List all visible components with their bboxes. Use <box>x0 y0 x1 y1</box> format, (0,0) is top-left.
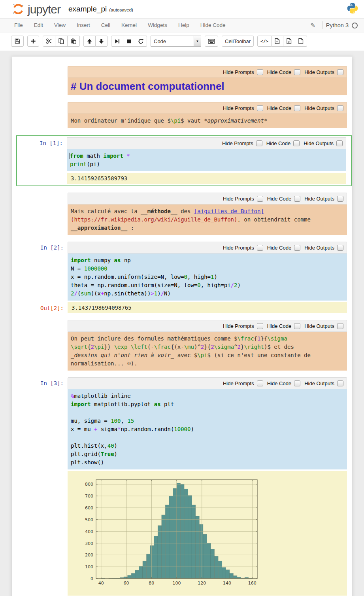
menu-bar: File Edit View Insert Cell Kernel Widget… <box>0 18 364 32</box>
chevron-down-icon: ▼ <box>194 36 201 46</box>
celltoolbar-label: CellToolbar <box>225 38 251 44</box>
source-line: print(pi) <box>70 160 342 168</box>
menu-item-kernel[interactable]: Kernel <box>116 19 142 32</box>
svg-text:120: 120 <box>198 581 206 586</box>
new-notebook-button[interactable] <box>295 36 307 47</box>
code-input[interactable]: from math import *print(pi) <box>67 149 346 171</box>
hide-outputs-label: Hide Outputs <box>304 245 334 251</box>
hide-prompts-checkbox[interactable] <box>257 323 263 329</box>
svg-text:500: 500 <box>85 517 93 522</box>
plus-icon <box>30 38 36 44</box>
notebook-title[interactable]: example_pi <box>68 5 107 13</box>
hide-prompts-checkbox[interactable] <box>257 245 263 251</box>
export-document-button[interactable] <box>272 36 283 47</box>
source-line: mu, sigma = 100, 15 <box>71 417 343 425</box>
svg-text:160: 160 <box>248 581 256 586</box>
move-cell-down-button[interactable] <box>96 36 108 47</box>
notebook-cell[interactable]: Hide PromptsHide CodeHide Outputs# Un do… <box>12 65 352 96</box>
markdown-source[interactable]: On peut inclure des formules mathématiqu… <box>68 332 347 371</box>
menu-item-widgets[interactable]: Widgets <box>142 19 173 32</box>
source-line: x = mu + sigma*np.random.randn(10000) <box>71 425 343 433</box>
hide-code-checkbox[interactable] <box>294 380 300 386</box>
notebook-cell[interactable]: Hide PromptsHide CodeHide OutputsOn peut… <box>12 319 352 371</box>
hide-outputs-checkbox[interactable] <box>337 245 343 251</box>
code-input[interactable]: import numpy as npN = 1000000x = np.rand… <box>68 254 347 301</box>
source-line: __approximation__ : <box>71 224 343 232</box>
hide-code-label: Hide Code <box>267 380 291 386</box>
cell-output: 3.1437198694098765 <box>68 302 347 313</box>
hide-outputs-checkbox[interactable] <box>336 140 343 146</box>
prompt-column <box>13 320 68 371</box>
run-cell-button[interactable] <box>111 36 123 47</box>
cut-button[interactable] <box>43 36 55 47</box>
source-line: normalisation... ☺). <box>71 359 343 368</box>
output-prompt: Out[2]: <box>40 305 64 311</box>
copy-button[interactable] <box>55 36 68 47</box>
hide-code-checkbox[interactable] <box>294 245 300 251</box>
divider <box>323 21 323 29</box>
cell-toolbar: Hide PromptsHide CodeHide Outputs <box>68 193 347 204</box>
menu-item-view[interactable]: View <box>49 19 71 32</box>
menu-item-insert[interactable]: Insert <box>71 19 96 32</box>
hide-code-checkbox[interactable] <box>294 196 300 202</box>
hide-prompts-checkbox[interactable] <box>257 196 263 202</box>
source-line: _dessins qui n'ont rien à voir_ avec $\p… <box>71 351 343 359</box>
notebook-cell[interactable]: In [1]:Hide PromptsHide CodeHide Outputs… <box>16 135 352 186</box>
hide-code-checkbox[interactable] <box>294 105 300 111</box>
notebook-cell[interactable]: Hide PromptsHide CodeHide OutputsMon ord… <box>12 101 352 129</box>
source-line <box>71 409 343 417</box>
histogram-plot: 4060801001201401600100200300400500600700… <box>78 475 264 589</box>
restart-icon <box>138 38 144 44</box>
cell-toolbar: Hide PromptsHide CodeHide Outputs <box>68 320 347 332</box>
markdown-source[interactable]: Mais calculé avec la __méthode__ des [ai… <box>68 204 347 235</box>
hide-outputs-checkbox[interactable] <box>337 323 343 329</box>
hide-prompts-checkbox[interactable] <box>257 380 263 386</box>
svg-text:100: 100 <box>173 581 181 586</box>
hide-code-checkbox[interactable] <box>293 140 300 146</box>
save-button[interactable] <box>11 36 24 47</box>
file-text-icon <box>274 38 280 44</box>
hide-outputs-checkbox[interactable] <box>337 69 343 75</box>
menu-item-help[interactable]: Help <box>173 19 195 32</box>
markdown-source[interactable]: # Un document computationnel <box>68 78 347 95</box>
menu-item-hide-code[interactable]: Hide Code <box>195 19 231 32</box>
svg-text:300: 300 <box>85 541 93 546</box>
code-input[interactable]: %matplotlib inlineimport matplotlib.pypl… <box>68 389 347 469</box>
restart-kernel-button[interactable] <box>135 36 147 47</box>
notebook-cell[interactable]: Hide PromptsHide CodeHide OutputsMais ca… <box>12 192 352 236</box>
menu-item-edit[interactable]: Edit <box>28 19 49 32</box>
notebook-cell[interactable]: In [3]:Hide PromptsHide CodeHide Outputs… <box>12 377 352 596</box>
hide-outputs-checkbox[interactable] <box>337 380 343 386</box>
source-line: plt.show() <box>71 458 343 467</box>
code-prettify-button[interactable]: </> <box>257 36 272 47</box>
markdown-source[interactable]: Mon ordinateur m'indique que $\pi$ vaut … <box>68 114 347 128</box>
interrupt-kernel-button[interactable] <box>123 36 135 47</box>
command-palette-button[interactable] <box>205 36 218 47</box>
input-prompt: In [2]: <box>40 244 64 251</box>
cell-toolbar: Hide PromptsHide CodeHide Outputs <box>68 102 347 114</box>
hide-prompts-checkbox[interactable] <box>257 105 263 111</box>
paste-button[interactable] <box>68 36 80 47</box>
hide-outputs-checkbox[interactable] <box>337 196 343 202</box>
menu-item-cell[interactable]: Cell <box>96 19 116 32</box>
hide-prompts-label: Hide Prompts <box>222 140 253 146</box>
export-pdf-button[interactable] <box>283 36 295 47</box>
hide-code-checkbox[interactable] <box>294 69 300 75</box>
source-line: from math import * <box>70 152 342 160</box>
hide-prompts-label: Hide Prompts <box>223 69 254 75</box>
app-header: jupyter example_pi (autosaved) <box>0 0 364 18</box>
copy-icon <box>58 38 64 44</box>
hide-prompts-checkbox[interactable] <box>257 69 263 75</box>
hide-prompts-label: Hide Prompts <box>223 196 254 202</box>
move-cell-up-button[interactable] <box>83 36 96 47</box>
add-cell-button[interactable] <box>27 36 39 47</box>
hide-outputs-checkbox[interactable] <box>337 105 343 111</box>
menu-item-file[interactable]: File <box>9 19 28 32</box>
step-forward-icon <box>114 38 120 44</box>
notebook-cell[interactable]: In [2]:Hide PromptsHide CodeHide Outputs… <box>12 241 352 314</box>
cell-type-select[interactable]: Code ▼ <box>151 36 201 47</box>
celltoolbar-button[interactable]: CellToolbar <box>222 36 254 47</box>
jupyter-logo[interactable]: jupyter <box>11 3 60 15</box>
hide-prompts-checkbox[interactable] <box>256 140 262 146</box>
hide-code-checkbox[interactable] <box>294 323 300 329</box>
